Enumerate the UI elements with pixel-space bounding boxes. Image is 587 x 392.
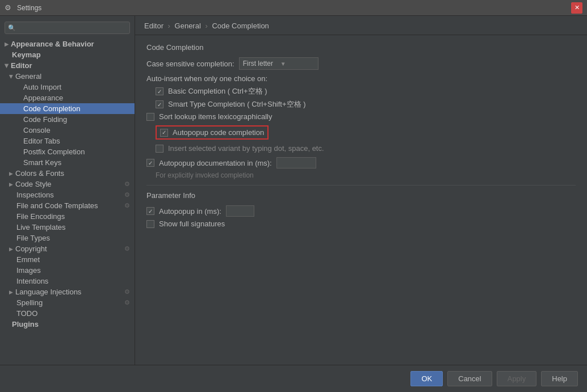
- hint-text: For explicitly invoked completion: [156, 171, 576, 179]
- sidebar-item-auto-import[interactable]: Auto Import: [0, 82, 135, 92]
- case-sensitive-label: Case sensitive completion:: [146, 60, 234, 68]
- tree-container: ▶Appearance & BehaviorKeymap▶Editor▶Gene…: [0, 39, 135, 330]
- sidebar-item-smart-keys[interactable]: Smart Keys: [0, 157, 135, 168]
- sidebar-item-appearance-behavior[interactable]: ▶Appearance & Behavior: [0, 39, 135, 49]
- insert-selected-row: Insert selected variant by typing dot, s…: [156, 144, 576, 153]
- search-icon: 🔍: [8, 24, 16, 32]
- autopopup-doc-input[interactable]: 1000: [276, 157, 316, 168]
- gear-icon: ⚙: [124, 245, 130, 252]
- sidebar-item-code-folding[interactable]: Code Folding: [0, 114, 135, 125]
- sidebar-item-label: TODO: [16, 309, 37, 318]
- basic-completion-label: Basic Completion ( Ctrl+空格 ): [168, 86, 267, 96]
- section-title: Code Completion: [146, 43, 576, 52]
- button-bar: OK Cancel Apply Help: [0, 365, 587, 392]
- insert-selected-checkbox[interactable]: [156, 145, 163, 153]
- parameter-info-title: Parameter Info: [146, 191, 576, 200]
- arrow-icon: ▶: [9, 246, 13, 252]
- sidebar-item-intentions[interactable]: Intentions: [0, 276, 135, 286]
- sidebar-item-label: Code Completion: [23, 104, 80, 113]
- sidebar-item-file-encodings[interactable]: File Encodings: [0, 211, 135, 222]
- title-bar-text: Settings: [17, 4, 571, 12]
- sidebar-item-label: Live Templates: [16, 223, 65, 231]
- auto-insert-label: Auto-insert when only one choice on:: [146, 74, 576, 83]
- content-area: 🔍 ▶Appearance & BehaviorKeymap▶Editor▶Ge…: [0, 16, 587, 365]
- sidebar-item-inspections[interactable]: Inspections⚙: [0, 189, 135, 200]
- gear-icon: ⚙: [124, 191, 130, 199]
- arrow-icon: ▶: [9, 171, 13, 176]
- autopopup-row: Autopopup code completion: [156, 125, 269, 140]
- search-box[interactable]: 🔍: [5, 22, 130, 34]
- right-panel: Editor › General › Code Completion Code …: [135, 16, 587, 365]
- sidebar-item-code-style[interactable]: ▶Code Style⚙: [0, 179, 135, 189]
- sidebar-item-file-types[interactable]: File Types: [0, 233, 135, 243]
- sidebar-item-plugins[interactable]: Plugins: [0, 319, 135, 330]
- ok-button[interactable]: OK: [410, 371, 443, 386]
- breadcrumb-current: Code Completion: [212, 22, 269, 30]
- help-button[interactable]: Help: [541, 371, 578, 386]
- breadcrumb-sep2: ›: [205, 22, 207, 30]
- sidebar-item-editor-tabs[interactable]: Editor Tabs: [0, 136, 135, 146]
- autopopup-param-row: Autopopup in (ms): 1000: [146, 205, 576, 217]
- sidebar-item-images[interactable]: Images: [0, 265, 135, 276]
- sidebar-item-general[interactable]: ▶General: [0, 71, 135, 82]
- sidebar-item-spelling[interactable]: Spelling⚙: [0, 297, 135, 308]
- autopopup-highlighted-container: Autopopup code completion: [146, 124, 576, 141]
- smart-type-checkbox[interactable]: [156, 100, 163, 108]
- sidebar-item-label: Spelling: [16, 298, 43, 307]
- gear-icon: ⚙: [124, 299, 130, 306]
- smart-type-label: Smart Type Completion ( Ctrl+Shift+空格 ): [168, 99, 306, 109]
- sidebar-item-label: Editor: [11, 61, 32, 70]
- close-button[interactable]: ✕: [571, 2, 582, 14]
- arrow-icon: ▶: [4, 64, 10, 68]
- sidebar-item-colors-fonts[interactable]: ▶Colors & Fonts: [0, 168, 135, 179]
- sidebar-item-label: Copyright: [15, 245, 47, 253]
- autopopup-doc-checkbox[interactable]: [146, 159, 154, 167]
- show-full-sig-checkbox[interactable]: [146, 220, 154, 228]
- search-input[interactable]: [5, 22, 130, 34]
- sort-lookup-row: Sort lookup items lexicographically: [146, 112, 576, 121]
- gear-icon: ⚙: [124, 288, 130, 296]
- sidebar-item-label: Code Folding: [23, 115, 67, 124]
- breadcrumb-editor: Editor: [144, 22, 163, 30]
- sidebar-item-console[interactable]: Console: [0, 125, 135, 136]
- sidebar-item-label: Appearance: [23, 94, 63, 102]
- dropdown-value: First letter: [243, 60, 277, 68]
- sidebar-item-code-completion[interactable]: Code Completion: [0, 103, 135, 114]
- sidebar-item-todo[interactable]: TODO: [0, 308, 135, 319]
- sidebar-item-live-templates[interactable]: Live Templates: [0, 222, 135, 233]
- case-sensitive-dropdown[interactable]: First letter ▼: [239, 57, 318, 70]
- sidebar-item-file-code-templates[interactable]: File and Code Templates⚙: [0, 200, 135, 211]
- autopopup-checkbox[interactable]: [160, 129, 168, 137]
- sidebar-item-label: Postfix Completion: [23, 147, 85, 156]
- basic-completion-checkbox[interactable]: [156, 87, 163, 95]
- cancel-button[interactable]: Cancel: [447, 371, 492, 386]
- apply-button[interactable]: Apply: [497, 371, 537, 386]
- chevron-down-icon: ▼: [280, 61, 315, 67]
- breadcrumb-sep1: ›: [168, 22, 170, 30]
- sidebar-item-language-injections[interactable]: ▶Language Injections⚙: [0, 286, 135, 297]
- arrow-icon: ▶: [5, 41, 9, 47]
- sidebar-item-label: Inspections: [16, 191, 54, 199]
- sidebar-item-label: Smart Keys: [23, 158, 61, 167]
- sidebar-item-emmet[interactable]: Emmet: [0, 254, 135, 265]
- sidebar: 🔍 ▶Appearance & BehaviorKeymap▶Editor▶Ge…: [0, 16, 135, 365]
- autopopup-param-input[interactable]: 1000: [226, 205, 254, 217]
- panel-content: Code Completion Case sensitive completio…: [135, 35, 587, 365]
- section-divider: [146, 185, 576, 186]
- sidebar-item-label: Plugins: [12, 320, 39, 328]
- sidebar-item-label: File Types: [16, 234, 50, 242]
- autopopup-param-checkbox[interactable]: [146, 207, 154, 215]
- sidebar-item-label: Editor Tabs: [23, 137, 60, 145]
- sidebar-item-label: Code Style: [15, 180, 52, 188]
- sidebar-item-editor[interactable]: ▶Editor: [0, 60, 135, 71]
- sidebar-item-copyright[interactable]: ▶Copyright⚙: [0, 243, 135, 254]
- sidebar-item-keymap[interactable]: Keymap: [0, 49, 135, 60]
- sort-lookup-checkbox[interactable]: [146, 113, 154, 121]
- sidebar-item-postfix-completion[interactable]: Postfix Completion: [0, 146, 135, 157]
- autopopup-doc-label: Autopopup documentation in (ms):: [159, 159, 272, 167]
- sidebar-item-appearance[interactable]: Appearance: [0, 92, 135, 103]
- insert-selected-label: Insert selected variant by typing dot, s…: [168, 144, 324, 153]
- sidebar-item-label: Appearance & Behavior: [11, 40, 94, 48]
- title-bar: ⚙ Settings ✕: [0, 0, 587, 16]
- basic-completion-row: Basic Completion ( Ctrl+空格 ): [156, 86, 576, 96]
